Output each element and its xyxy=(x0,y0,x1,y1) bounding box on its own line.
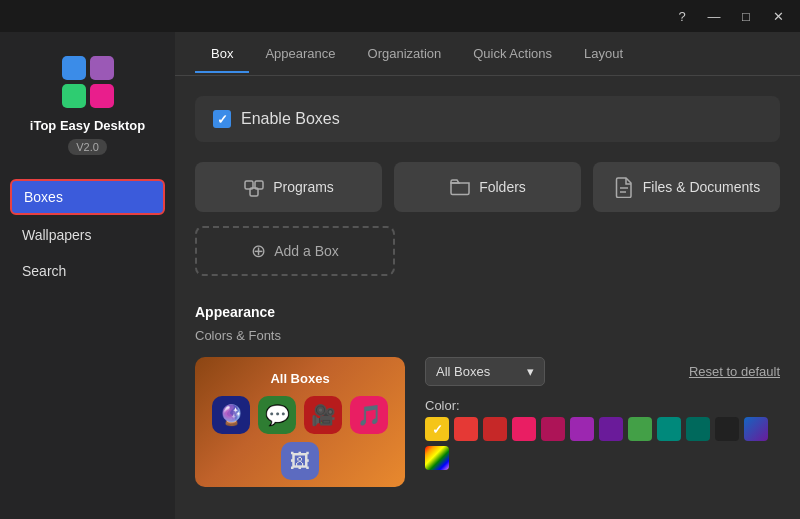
tab-appearance[interactable]: Appearance xyxy=(249,36,351,73)
preview-icon-1: 🔮 xyxy=(212,396,250,434)
colors-fonts-subtitle: Colors & Fonts xyxy=(195,328,780,343)
swatch-green1[interactable] xyxy=(628,417,652,441)
tabs-bar: Box Appearance Organization Quick Action… xyxy=(175,32,800,76)
sidebar-nav: Boxes Wallpapers Search xyxy=(0,179,175,287)
sidebar-item-boxes[interactable]: Boxes xyxy=(10,179,165,215)
folders-icon xyxy=(449,176,471,198)
add-box-icon: ⊕ xyxy=(251,240,266,262)
swatch-red1[interactable] xyxy=(454,417,478,441)
swatch-pink2[interactable] xyxy=(541,417,565,441)
box-type-programs[interactable]: Programs xyxy=(195,162,382,212)
swatch-teal2[interactable] xyxy=(686,417,710,441)
tab-layout[interactable]: Layout xyxy=(568,36,639,73)
files-label: Files & Documents xyxy=(643,179,760,195)
dropdown-value: All Boxes xyxy=(436,364,490,379)
box-types-row: Programs Folders xyxy=(195,162,780,212)
tab-box[interactable]: Box xyxy=(195,36,249,73)
swatch-yellow[interactable] xyxy=(425,417,449,441)
app-logo xyxy=(62,56,114,108)
preview-box: All Boxes 🔮 💬 🎥 🎵 🖼 xyxy=(195,357,405,487)
dropdown-row: All Boxes ▾ Reset to default xyxy=(425,357,780,386)
swatch-pink1[interactable] xyxy=(512,417,536,441)
enable-boxes-label: Enable Boxes xyxy=(241,110,340,128)
logo-cell-green xyxy=(62,84,86,108)
folders-label: Folders xyxy=(479,179,526,195)
files-icon xyxy=(613,176,635,198)
logo-cell-blue xyxy=(62,56,86,80)
programs-icon xyxy=(243,176,265,198)
swatch-rainbow[interactable] xyxy=(425,446,449,470)
swatch-black[interactable] xyxy=(715,417,739,441)
swatch-purple1[interactable] xyxy=(570,417,594,441)
content-area: Box Appearance Organization Quick Action… xyxy=(175,32,800,519)
preview-icon-4: 🎵 xyxy=(350,396,388,434)
all-boxes-dropdown[interactable]: All Boxes ▾ xyxy=(425,357,545,386)
enable-boxes-checkbox[interactable] xyxy=(213,110,231,128)
tab-quick-actions[interactable]: Quick Actions xyxy=(457,36,568,73)
app-name: iTop Easy Desktop xyxy=(30,118,145,133)
sidebar-item-search[interactable]: Search xyxy=(10,255,165,287)
main-content: Enable Boxes Programs xyxy=(175,76,800,519)
swatch-gradient[interactable] xyxy=(744,417,768,441)
app-body: iTop Easy Desktop V2.0 Boxes Wallpapers … xyxy=(0,32,800,519)
appearance-title: Appearance xyxy=(195,304,780,320)
preview-icons-row1: 🔮 💬 🎥 🎵 xyxy=(212,396,388,434)
sidebar-item-wallpapers[interactable]: Wallpapers xyxy=(10,219,165,251)
box-type-folders[interactable]: Folders xyxy=(394,162,581,212)
maximize-button[interactable]: □ xyxy=(732,5,760,27)
preview-icon-3: 🎥 xyxy=(304,396,342,434)
add-box-label: Add a Box xyxy=(274,243,339,259)
version-badge: V2.0 xyxy=(68,139,107,155)
preview-box-title: All Boxes xyxy=(270,371,329,386)
swatch-teal1[interactable] xyxy=(657,417,681,441)
enable-boxes-section: Enable Boxes xyxy=(195,96,780,142)
swatch-purple2[interactable] xyxy=(599,417,623,441)
tab-organization[interactable]: Organization xyxy=(352,36,458,73)
colors-fonts-area: All Boxes 🔮 💬 🎥 🎵 🖼 All B xyxy=(195,357,780,487)
logo-cell-pink xyxy=(90,84,114,108)
preview-icon-2: 💬 xyxy=(258,396,296,434)
preview-icon-5: 🖼 xyxy=(281,442,319,480)
color-swatches xyxy=(425,417,780,470)
title-bar: ? — □ ✕ xyxy=(0,0,800,32)
chevron-down-icon: ▾ xyxy=(527,364,534,379)
color-label: Color: xyxy=(425,398,780,470)
sidebar: iTop Easy Desktop V2.0 Boxes Wallpapers … xyxy=(0,32,175,519)
close-button[interactable]: ✕ xyxy=(764,5,792,27)
help-button[interactable]: ? xyxy=(668,5,696,27)
preview-icons-row2: 🖼 xyxy=(281,442,319,480)
colors-controls: All Boxes ▾ Reset to default Color: xyxy=(425,357,780,470)
swatch-red2[interactable] xyxy=(483,417,507,441)
add-box-button[interactable]: ⊕ Add a Box xyxy=(195,226,395,276)
minimize-button[interactable]: — xyxy=(700,5,728,27)
reset-to-default-link[interactable]: Reset to default xyxy=(689,364,780,379)
box-type-files[interactable]: Files & Documents xyxy=(593,162,780,212)
programs-label: Programs xyxy=(273,179,334,195)
color-label-text: Color: xyxy=(425,398,780,413)
logo-cell-purple xyxy=(90,56,114,80)
